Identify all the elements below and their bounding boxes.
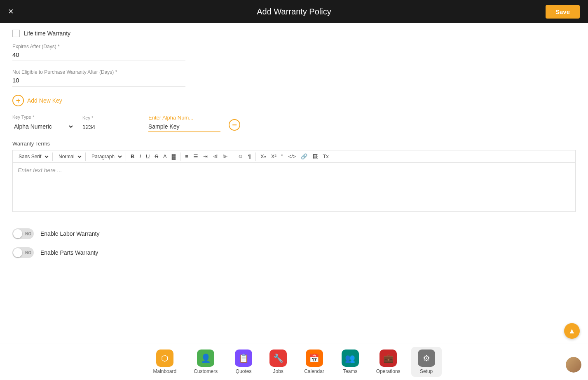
link-button[interactable]: 🔗 bbox=[299, 152, 309, 161]
indent-button[interactable]: ⇥ bbox=[201, 152, 210, 161]
jobs-icon: 🔧 bbox=[269, 350, 287, 367]
enable-parts-row: NO Enable Parts Warranty bbox=[12, 247, 576, 258]
parts-toggle-knob bbox=[13, 248, 22, 257]
key-label: Key * bbox=[82, 115, 140, 120]
nav-item-jobs[interactable]: 🔧 Jobs bbox=[263, 347, 293, 377]
operations-label: Operations bbox=[376, 368, 401, 374]
labor-toggle-bg: NO bbox=[12, 228, 34, 239]
parts-toggle-no-label: NO bbox=[25, 251, 31, 255]
not-eligible-value[interactable]: 10 bbox=[12, 77, 185, 87]
align-right-button[interactable]: ⫸ bbox=[221, 152, 230, 161]
align-left-button[interactable]: ⫷ bbox=[211, 152, 220, 161]
not-eligible-label: Not Eligible to Purchase Warranty After … bbox=[12, 69, 185, 75]
parts-toggle[interactable]: NO bbox=[12, 247, 34, 258]
nav-item-quotes[interactable]: 📋 Quotes bbox=[228, 347, 259, 377]
close-button[interactable]: × bbox=[8, 6, 14, 17]
jobs-label: Jobs bbox=[273, 368, 283, 374]
editor-toolbar: Sans Serif Serif Normal Large Small Para… bbox=[12, 150, 576, 162]
quotes-icon: 📋 bbox=[235, 350, 252, 367]
unordered-list-button[interactable]: ☰ bbox=[191, 152, 200, 161]
header: × Add Warranty Policy Save bbox=[0, 0, 588, 23]
quote-button[interactable]: " bbox=[279, 152, 286, 161]
labor-toggle-no-label: NO bbox=[25, 232, 31, 236]
avatar[interactable] bbox=[566, 357, 581, 373]
calendar-label: Calendar bbox=[304, 368, 324, 374]
remove-key-button[interactable]: − bbox=[229, 119, 240, 131]
add-circle-icon: + bbox=[12, 95, 24, 106]
nav-item-customers[interactable]: 👤 Customers bbox=[187, 347, 224, 377]
expires-after-group: Expires After (Days) * 40 bbox=[12, 44, 185, 61]
labor-toggle[interactable]: NO bbox=[12, 228, 34, 239]
parts-toggle-bg: NO bbox=[12, 247, 34, 258]
page-title: Add Warranty Policy bbox=[257, 7, 331, 16]
nav-item-calendar[interactable]: 📅 Calendar bbox=[298, 347, 331, 377]
main-content: Life time Warranty Expires After (Days) … bbox=[0, 23, 588, 343]
paragraph-mark-button[interactable]: ¶ bbox=[246, 152, 253, 161]
avatar-image bbox=[566, 357, 581, 373]
key-type-label: Key Type * bbox=[12, 115, 74, 120]
underline-button[interactable]: U bbox=[144, 152, 152, 161]
calendar-icon: 📅 bbox=[306, 350, 323, 367]
nav-item-setup[interactable]: ⚙ Setup bbox=[411, 347, 442, 377]
editor-area[interactable]: Enter text here ... bbox=[12, 162, 576, 212]
nav-item-teams[interactable]: 👥 Teams bbox=[335, 347, 365, 377]
ordered-list-button[interactable]: ≡ bbox=[183, 152, 190, 161]
mainboard-label: Mainboard bbox=[153, 368, 176, 374]
key-type-field: Key Type * Alpha Numeric Numeric Alphabe… bbox=[12, 115, 74, 132]
teams-icon: 👥 bbox=[342, 350, 359, 367]
key-field: Key * 1234 bbox=[82, 115, 140, 132]
lifetime-warranty-row: Life time Warranty bbox=[12, 30, 576, 37]
setup-label: Setup bbox=[420, 368, 433, 374]
teams-label: Teams bbox=[343, 368, 357, 374]
expires-after-value[interactable]: 40 bbox=[12, 51, 185, 61]
sample-key-input[interactable] bbox=[148, 122, 220, 132]
warranty-terms-label: Warranty Terms bbox=[12, 141, 576, 147]
nav-item-operations[interactable]: 💼 Operations bbox=[370, 347, 407, 377]
bottom-nav: ⬡ Mainboard 👤 Customers 📋 Quotes 🔧 Jobs … bbox=[0, 343, 588, 380]
save-button[interactable]: Save bbox=[546, 5, 580, 19]
sample-key-field: Enter Alpha Num... bbox=[148, 115, 220, 132]
italic-button[interactable]: I bbox=[137, 152, 143, 161]
clear-format-button[interactable]: Tx bbox=[321, 152, 330, 161]
bold-button[interactable]: B bbox=[129, 152, 136, 161]
lifetime-warranty-checkbox[interactable] bbox=[12, 30, 20, 37]
customers-icon: 👤 bbox=[197, 350, 214, 367]
key-value[interactable]: 1234 bbox=[82, 122, 140, 132]
lifetime-warranty-label: Life time Warranty bbox=[24, 30, 70, 37]
expires-after-label: Expires After (Days) * bbox=[12, 44, 185, 49]
mainboard-icon: ⬡ bbox=[156, 350, 173, 367]
sample-key-placeholder: Enter Alpha Num... bbox=[148, 115, 220, 121]
setup-icon: ⚙ bbox=[418, 350, 435, 367]
key-fields-row: Key Type * Alpha Numeric Numeric Alphabe… bbox=[12, 115, 576, 132]
add-new-key-button[interactable]: + Add New Key bbox=[12, 95, 576, 106]
warranty-terms-section: Warranty Terms Sans Serif Serif Normal L… bbox=[12, 141, 576, 212]
superscript-button[interactable]: X² bbox=[269, 152, 279, 161]
editor-placeholder: Enter text here ... bbox=[18, 167, 62, 174]
image-button[interactable]: 🖼 bbox=[310, 152, 320, 161]
customers-label: Customers bbox=[194, 368, 218, 374]
scroll-to-top-button[interactable]: ▲ bbox=[564, 323, 580, 339]
enable-labor-label: Enable Labor Warranty bbox=[40, 230, 99, 237]
not-eligible-group: Not Eligible to Purchase Warranty After … bbox=[12, 69, 185, 87]
paragraph-select[interactable]: Paragraph Heading 1 Heading 2 bbox=[88, 152, 123, 161]
nav-item-mainboard[interactable]: ⬡ Mainboard bbox=[146, 347, 183, 377]
quotes-label: Quotes bbox=[236, 368, 252, 374]
subscript-button[interactable]: X₂ bbox=[258, 152, 268, 161]
emoji-button[interactable]: ☺ bbox=[236, 152, 245, 161]
code-button[interactable]: </> bbox=[286, 152, 298, 161]
key-type-select[interactable]: Alpha Numeric Numeric Alphabetic bbox=[12, 121, 74, 132]
operations-icon: 💼 bbox=[380, 350, 397, 367]
strikethrough-button[interactable]: S bbox=[152, 152, 160, 161]
font-size-select[interactable]: Normal Large Small bbox=[55, 152, 83, 161]
add-new-key-label: Add New Key bbox=[27, 97, 62, 104]
font-family-select[interactable]: Sans Serif Serif bbox=[15, 152, 50, 161]
highlight-button[interactable]: ▓ bbox=[170, 152, 178, 161]
enable-parts-label: Enable Parts Warranty bbox=[40, 249, 98, 256]
font-color-button[interactable]: A bbox=[161, 152, 169, 161]
enable-labor-row: NO Enable Labor Warranty bbox=[12, 228, 576, 239]
labor-toggle-knob bbox=[13, 229, 22, 238]
